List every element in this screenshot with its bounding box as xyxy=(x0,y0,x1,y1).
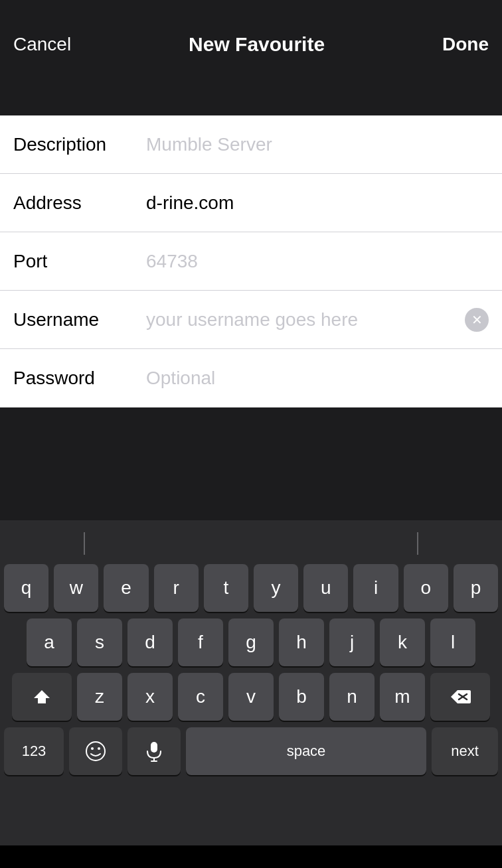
password-label: Password xyxy=(13,368,146,389)
address-label: Address xyxy=(13,192,146,214)
svg-point-3 xyxy=(86,742,105,760)
key-h[interactable]: h xyxy=(279,618,324,666)
description-input[interactable] xyxy=(146,134,489,155)
key-e[interactable]: e xyxy=(104,564,148,612)
form-section: Description Address d-rine.com Port User… xyxy=(0,115,502,407)
microphone-icon xyxy=(145,741,163,762)
cursor-left xyxy=(84,532,85,555)
page-title: New Favourite xyxy=(189,33,325,56)
keyboard-row-1: q w e r t y u i o p xyxy=(4,564,498,612)
key-i[interactable]: i xyxy=(353,564,398,612)
key-p[interactable]: p xyxy=(454,564,498,612)
key-n[interactable]: n xyxy=(329,673,375,721)
port-row: Port xyxy=(0,232,502,291)
key-u[interactable]: u xyxy=(303,564,348,612)
svg-rect-6 xyxy=(151,742,157,753)
key-x[interactable]: x xyxy=(127,673,173,721)
description-row: Description xyxy=(0,115,502,174)
numbers-key[interactable]: 123 xyxy=(4,727,64,775)
username-input[interactable] xyxy=(146,309,465,330)
password-row: Password xyxy=(0,349,502,407)
keyboard-row-3: z x c v b n m xyxy=(4,673,498,721)
key-m[interactable]: m xyxy=(380,673,425,721)
delete-icon xyxy=(450,689,471,705)
next-key[interactable]: next xyxy=(432,727,498,775)
done-button[interactable]: Done xyxy=(442,34,489,55)
username-row: Username ✕ xyxy=(0,291,502,349)
clear-username-button[interactable]: ✕ xyxy=(465,308,489,332)
key-a[interactable]: a xyxy=(27,618,72,666)
cursor-right xyxy=(417,532,418,555)
key-c[interactable]: c xyxy=(178,673,223,721)
microphone-key[interactable] xyxy=(127,727,181,775)
top-spacer xyxy=(0,69,502,115)
address-value[interactable]: d-rine.com xyxy=(146,192,489,214)
keyboard-row-4: 123 space next xyxy=(4,727,498,775)
key-d[interactable]: d xyxy=(127,618,173,666)
space-key[interactable]: space xyxy=(186,727,426,775)
keyboard: q w e r t y u i o p a s d f g h j k l z … xyxy=(0,520,502,845)
keyboard-row-2: a s d f g h j k l xyxy=(4,618,498,666)
key-l[interactable]: l xyxy=(430,618,475,666)
cursor-area xyxy=(4,527,498,560)
svg-point-5 xyxy=(98,747,100,750)
key-f[interactable]: f xyxy=(178,618,223,666)
cancel-button[interactable]: Cancel xyxy=(13,34,71,55)
delete-key[interactable] xyxy=(430,673,490,721)
bottom-spacer xyxy=(0,407,502,520)
key-k[interactable]: k xyxy=(380,618,425,666)
shift-key[interactable] xyxy=(12,673,72,721)
key-q[interactable]: q xyxy=(4,564,48,612)
shift-icon xyxy=(33,687,51,706)
username-label: Username xyxy=(13,309,146,330)
key-v[interactable]: v xyxy=(228,673,274,721)
address-row: Address d-rine.com xyxy=(0,174,502,232)
svg-point-4 xyxy=(91,747,94,750)
key-s[interactable]: s xyxy=(77,618,122,666)
key-b[interactable]: b xyxy=(279,673,324,721)
emoji-icon xyxy=(85,741,106,762)
description-label: Description xyxy=(13,134,146,155)
port-label: Port xyxy=(13,251,146,272)
key-y[interactable]: y xyxy=(254,564,298,612)
password-input[interactable] xyxy=(146,368,489,389)
key-o[interactable]: o xyxy=(404,564,448,612)
port-input[interactable] xyxy=(146,251,489,272)
key-j[interactable]: j xyxy=(329,618,375,666)
key-g[interactable]: g xyxy=(228,618,274,666)
key-t[interactable]: t xyxy=(204,564,248,612)
emoji-key[interactable] xyxy=(69,727,122,775)
key-z[interactable]: z xyxy=(77,673,122,721)
svg-marker-0 xyxy=(34,690,50,703)
key-r[interactable]: r xyxy=(154,564,199,612)
key-w[interactable]: w xyxy=(54,564,98,612)
navigation-bar: Cancel New Favourite Done xyxy=(0,0,502,69)
